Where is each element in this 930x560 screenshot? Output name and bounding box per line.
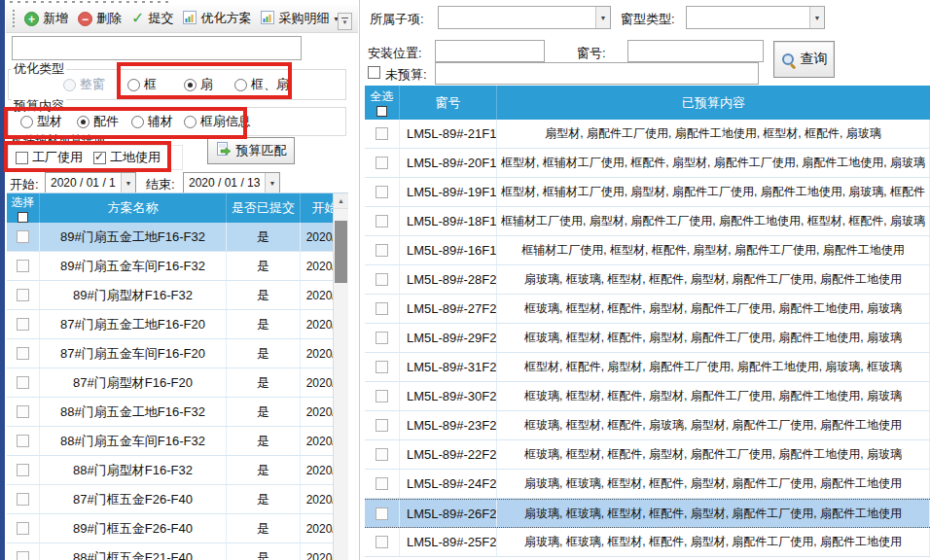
budget-match-button[interactable]: 预算匹配: [207, 137, 295, 164]
row-checkbox[interactable]: [17, 551, 29, 560]
window-table-row[interactable]: LM5L-89#-22F20 框玻璃, 框型材, 框配件, 扇型材, 扇配件工厂…: [365, 440, 930, 470]
plan-name-cell: 87#门扇五金工地F16-F20: [40, 310, 227, 338]
chevron-down-icon[interactable]: ▼: [809, 7, 824, 28]
scroll-up-button[interactable]: ▲: [334, 193, 348, 209]
chevron-down-icon[interactable]: ▼: [595, 7, 610, 28]
sub-item-combo[interactable]: ▼: [438, 6, 611, 29]
row-checkbox[interactable]: [17, 230, 29, 243]
row-checkbox[interactable]: [17, 376, 29, 389]
plan-table-row[interactable]: 88#门扇五金工地F16-F32 是 2020/0: [7, 398, 348, 427]
window-no-cell: LM5L-89#-19F17: [400, 178, 497, 206]
row-checkbox[interactable]: [376, 448, 388, 461]
window-table-row[interactable]: LM5L-89#-18F16 框辅材工厂使用, 扇型材, 扇配件工厂使用, 扇配…: [365, 207, 930, 236]
toolbar-overflow-button[interactable]: ▼: [338, 13, 352, 30]
window-no-cell: LM5L-89#-29F27: [400, 324, 497, 352]
window-table-row[interactable]: LM5L-89#-19F17 框型材, 框辅材工厂使用, 扇型材, 扇配件工厂使…: [365, 178, 930, 207]
window-table-row[interactable]: LM5L-89#-16F15 框辅材工厂使用, 框型材, 框配件, 扇型材, 扇…: [365, 236, 930, 265]
plan-table-row[interactable]: 89#门扇五金车间F16-F32 是 2020/0: [7, 252, 348, 281]
checkbox-option[interactable]: 工厂使用: [16, 149, 83, 166]
plan-table-row[interactable]: 87#门扇五金工地F16-F20 是 2020/0: [7, 310, 348, 339]
delete-button[interactable]: − 删除: [73, 7, 126, 30]
row-checkbox[interactable]: [376, 157, 388, 169]
check-icon: ✓: [131, 12, 144, 25]
checkbox-option[interactable]: 工地使用: [93, 149, 161, 166]
search-input[interactable]: [12, 36, 302, 60]
window-table-row[interactable]: LM5L-89#-24F22 扇玻璃, 框玻璃, 框型材, 框配件, 扇型材, …: [365, 470, 930, 499]
row-checkbox[interactable]: [17, 464, 29, 476]
window-table-row[interactable]: LM5L-89#-28F26 扇玻璃, 框玻璃, 框型材, 框配件, 扇型材, …: [365, 265, 930, 295]
select-all-checkbox[interactable]: [376, 106, 387, 117]
row-checkbox[interactable]: [17, 260, 29, 272]
row-checkbox[interactable]: [376, 302, 388, 315]
plan-table-row[interactable]: 89#门框五金F26-F40 是 2020/0: [7, 514, 348, 543]
row-checkbox[interactable]: [376, 273, 388, 286]
plan-table-row[interactable]: 88#门扇型材F16-F32 是 2020/0: [7, 456, 348, 485]
radio-option[interactable]: 框: [127, 76, 157, 93]
scrollbar-thumb[interactable]: [335, 221, 347, 283]
row-checkbox[interactable]: [17, 318, 29, 331]
toolbar-grip[interactable]: [13, 10, 15, 27]
window-table-row[interactable]: LM5L-89#-29F27 框玻璃, 框型材, 框配件, 扇型材, 扇配件工厂…: [365, 324, 930, 353]
row-checkbox[interactable]: [376, 508, 388, 520]
select-all-checkbox[interactable]: [18, 212, 28, 223]
row-checkbox[interactable]: [17, 435, 29, 447]
row-checkbox[interactable]: [376, 186, 388, 198]
radio-option[interactable]: 框、扇: [234, 76, 289, 93]
radio-option[interactable]: 型材: [20, 113, 62, 130]
row-checkbox[interactable]: [376, 244, 388, 257]
window-table-row[interactable]: LM5L-89#-21F19 扇型材, 扇配件工厂使用, 扇配件工地使用, 框型…: [365, 120, 930, 149]
no-budget-checkbox[interactable]: [368, 66, 380, 79]
submit-button[interactable]: ✓ 提交: [126, 7, 178, 30]
row-checkbox[interactable]: [17, 289, 29, 301]
row-checkbox[interactable]: [17, 522, 29, 535]
add-button[interactable]: + 新增: [19, 7, 73, 30]
panel-divider[interactable]: [359, 0, 360, 560]
window-table-row[interactable]: LM5L-89#-23F21 框玻璃, 框型材, 框配件, 扇玻璃, 扇型材, …: [365, 411, 930, 440]
plan-table-row[interactable]: 87#门框五金F26-F40 是 2020/0: [7, 485, 348, 514]
radio-option[interactable]: 扇: [184, 76, 213, 93]
plan-table-row[interactable]: 87#门扇型材F16-F20 是 2020/0: [7, 368, 348, 398]
window-table-row[interactable]: LM5L-89#-25F23 扇玻璃, 框玻璃, 框型材, 框配件, 扇型材, …: [365, 528, 930, 557]
plan-table-row[interactable]: 89#门扇型材F16-F32 是 2020/0: [7, 281, 348, 310]
plan-table-row[interactable]: 88#门框五金F21-F40 是 2020/0: [7, 543, 348, 560]
row-checkbox[interactable]: [376, 390, 388, 402]
row-checkbox[interactable]: [17, 405, 29, 418]
date-end-picker[interactable]: 2020 / 01 / 13 ▼: [183, 172, 280, 193]
window-table-row[interactable]: LM5L-89#-26F24 扇玻璃, 框玻璃, 框型材, 框配件, 扇型材, …: [365, 499, 930, 528]
row-select-cell: [7, 281, 40, 309]
chevron-down-icon[interactable]: ▼: [265, 173, 279, 192]
row-checkbox[interactable]: [376, 361, 388, 373]
row-checkbox[interactable]: [376, 332, 388, 344]
install-position-input[interactable]: [435, 40, 545, 62]
window-table-row[interactable]: LM5L-89#-27F25 框玻璃, 框型材, 框配件, 扇型材, 扇配件工厂…: [365, 295, 930, 324]
row-checkbox[interactable]: [17, 347, 29, 360]
window-table-row[interactable]: LM5L-89#-20F18 框型材, 框辅材工厂使用, 框配件, 扇型材, 扇…: [365, 149, 930, 178]
row-checkbox[interactable]: [376, 127, 388, 140]
query-button[interactable]: 查询: [773, 41, 835, 78]
radio-icon: [234, 79, 247, 91]
window-table-row[interactable]: LM5L-89#-30F28 框玻璃, 框型材, 框配件, 扇型材, 扇配件工厂…: [365, 382, 930, 411]
row-checkbox[interactable]: [376, 477, 388, 490]
vertical-scrollbar[interactable]: ▲: [333, 193, 348, 560]
radio-option[interactable]: 框扇信息: [184, 113, 251, 130]
chevron-down-icon[interactable]: ▼: [121, 173, 135, 192]
window-table-row[interactable]: LM5L-89#-31F29 框型材, 框配件, 扇型材, 扇配件工厂使用, 扇…: [365, 353, 930, 382]
row-checkbox[interactable]: [376, 215, 388, 228]
window-no-input[interactable]: [627, 40, 764, 62]
purchase-detail-button[interactable]: 采购明细 ▾: [256, 7, 342, 30]
plan-table-row[interactable]: 88#门扇五金车间F16-F32 是 2020/0: [7, 427, 348, 456]
plan-table-row[interactable]: 87#门扇五金车间F16-F20 是 2020/0: [7, 339, 348, 368]
no-budget-input[interactable]: [435, 62, 759, 85]
plan-table-row[interactable]: 89#门扇五金工地F16-F32 是 2020/0: [7, 223, 348, 252]
window-no-cell: LM5L-89#-21F19: [400, 120, 497, 148]
window-type-label: 窗型类型:: [621, 11, 675, 28]
optimize-plan-button[interactable]: 优化方案: [178, 7, 256, 30]
window-type-combo[interactable]: ▼: [686, 6, 825, 29]
row-checkbox[interactable]: [376, 536, 388, 548]
radio-option[interactable]: 配件: [77, 113, 119, 130]
radio-label: 框、扇: [251, 76, 289, 93]
radio-option[interactable]: 辅材: [131, 113, 173, 130]
date-start-picker[interactable]: 2020 / 01 / 1 ▼: [45, 172, 136, 193]
row-checkbox[interactable]: [17, 493, 29, 506]
row-checkbox[interactable]: [376, 419, 388, 432]
